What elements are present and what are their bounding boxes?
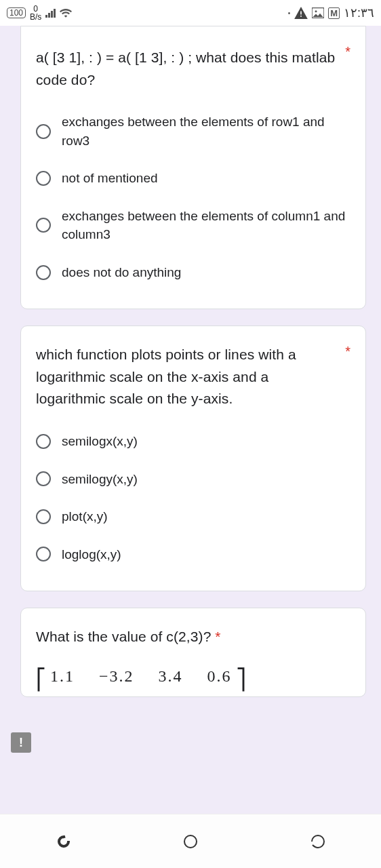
picture-icon [312,7,324,18]
option-label: not of mentioned [62,169,158,188]
radio-option[interactable]: exchanges between the elements of column… [36,197,350,254]
bracket-left-icon: ⎡ [36,667,46,691]
wifi-icon [60,8,72,18]
radio-icon [36,171,51,186]
option-label: does not do anything [62,263,181,282]
option-label: semilogx(x,y) [62,432,138,451]
radio-option[interactable]: not of mentioned [36,159,350,197]
radio-option[interactable]: plot(x,y) [36,498,350,536]
network-rate: 0 B/s [30,5,41,21]
dot-icon: • [288,9,291,17]
bracket-right-icon: ⎤ [236,667,246,691]
required-marker: * [345,44,350,60]
radio-icon [36,509,51,524]
android-nav-bar [0,814,381,868]
radio-option[interactable]: semilogy(x,y) [36,460,350,498]
status-left: 100 0 B/s [7,5,72,21]
alert-fab[interactable]: ! [11,732,31,753]
question-text: What is the value of c(2,3)? * [36,626,350,648]
option-label: semilogy(x,y) [62,470,138,489]
matrix-row: ⎡1.1 −3.2 3.4 0.6⎤ [36,648,350,691]
back-button[interactable] [308,833,326,850]
question-card-3: What is the value of c(2,3)? * ⎡1.1 −3.2… [20,608,366,697]
matrix-cell: 1.1 [50,667,75,691]
question-card-2: * which function plots points or lines w… [20,326,366,591]
radio-icon [36,471,51,486]
svg-point-2 [184,835,197,848]
question-text-inner: What is the value of c(2,3)? [36,629,215,644]
svg-point-1 [315,10,317,12]
signal-icon [45,9,56,18]
radio-icon [36,434,51,449]
net-rate-unit: B/s [30,13,41,21]
option-label: plot(x,y) [62,507,108,526]
matrix-cell: 0.6 [207,667,232,691]
option-label: loglog(x,y) [62,545,121,564]
question-text: which function plots points or lines wit… [36,344,350,410]
question-card-1: * a( [3 1], : ) = a( [1 3], : ) ; what d… [20,26,366,309]
radio-icon [36,218,51,233]
radio-option[interactable]: does not do anything [36,254,350,292]
warning-icon [294,7,308,19]
home-button[interactable] [182,833,199,850]
required-marker: * [345,344,350,359]
radio-option[interactable]: exchanges between the elements of row1 a… [36,103,350,159]
radio-icon [36,124,51,139]
status-right: • M ١٢:٣٦ [288,5,374,20]
radio-icon [36,265,51,280]
required-marker: * [215,629,220,644]
clock-time: ١٢:٣٦ [344,5,374,20]
matrix-cell: 3.4 [159,667,183,691]
matrix-cell: −3.2 [99,667,134,691]
option-label: exchanges between the elements of row1 a… [62,113,350,150]
question-text: a( [3 1], : ) = a( [1 3], : ) ; what doe… [36,47,350,91]
status-bar: 100 0 B/s • M ١٢:٣٦ [0,0,381,26]
option-label: exchanges between the elements of column… [62,207,350,244]
radio-icon [36,547,51,561]
radio-option[interactable]: loglog(x,y) [36,536,350,574]
form-content: * a( [3 1], : ) = a( [1 3], : ) ; what d… [0,26,381,814]
recents-button[interactable] [55,833,73,850]
battery-badge: 100 [7,7,26,18]
radio-option[interactable]: semilogx(x,y) [36,422,350,460]
m-icon: M [328,7,340,19]
